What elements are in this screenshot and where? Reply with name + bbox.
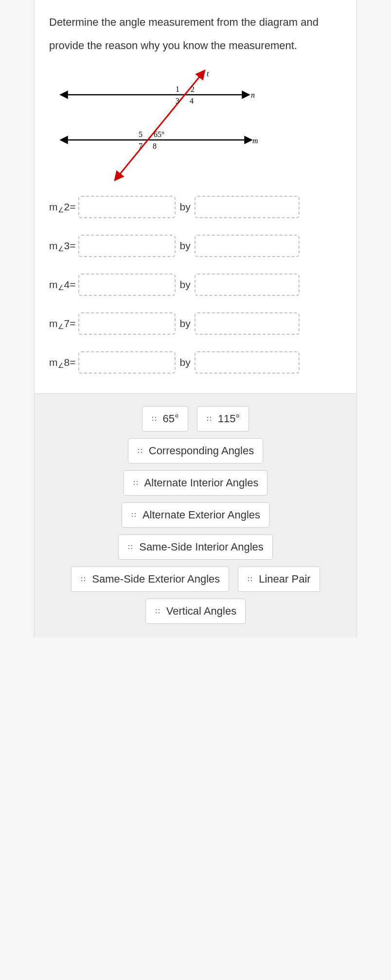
question-text: Determine the angle measurement from the…	[49, 11, 342, 58]
question-area: Determine the angle measurement from the…	[34, 0, 357, 394]
tile-linear-pair[interactable]: Linear Pair	[238, 567, 320, 592]
angle-2: 2	[191, 85, 195, 93]
by-text: by	[179, 357, 190, 368]
dropzone-angle-3-value[interactable]	[78, 235, 176, 257]
tile-alternate-interior-angles[interactable]: Alternate Interior Angles	[124, 470, 268, 496]
tile-vertical-angles[interactable]: Vertical Angles	[145, 599, 246, 624]
row-label: m∠7 =	[49, 318, 75, 329]
tile-115[interactable]: 115°	[197, 406, 249, 431]
grip-icon	[247, 576, 253, 582]
tile-same-side-interior-angles[interactable]: Same-Side Interior Angles	[118, 534, 273, 560]
diagram: n m t 1 2 3 4 5 65° 7 8	[54, 69, 263, 181]
grip-icon	[151, 416, 157, 422]
angle-7: 7	[139, 142, 142, 150]
angle-8: 8	[153, 142, 157, 150]
grip-icon	[137, 448, 143, 454]
grip-icon	[127, 544, 133, 550]
tile-corresponding-angles[interactable]: Corresponding Angles	[128, 438, 263, 464]
dropzone-angle-4-value[interactable]	[78, 274, 176, 296]
dropzone-angle-7-reason[interactable]	[195, 312, 300, 335]
answer-bank: 65° 115° Corresponding Angles Alternate …	[34, 394, 357, 637]
answer-row-2: m∠2 = by	[49, 196, 342, 218]
answer-row-8: m∠8 = by	[49, 351, 342, 374]
angle-6: 65°	[154, 130, 164, 138]
tile-same-side-exterior-angles[interactable]: Same-Side Exterior Angles	[71, 567, 229, 592]
grip-icon	[133, 480, 139, 486]
svg-line-2	[117, 73, 202, 177]
page: Determine the angle measurement from the…	[0, 0, 391, 637]
answer-row-4: m∠4 = by	[49, 274, 342, 296]
row-label: m∠3 =	[49, 240, 75, 252]
angle-5: 5	[139, 130, 142, 138]
by-text: by	[179, 318, 190, 329]
by-text: by	[179, 279, 190, 291]
grip-icon	[155, 608, 160, 614]
dropzone-angle-7-value[interactable]	[78, 312, 176, 335]
grip-icon	[131, 512, 137, 518]
answer-row-7: m∠7 = by	[49, 312, 342, 335]
label-line-t: t	[207, 69, 209, 78]
row-label: m∠4 =	[49, 279, 75, 291]
by-text: by	[179, 240, 190, 252]
dropzone-angle-3-reason[interactable]	[195, 235, 300, 257]
answer-row-3: m∠3 = by	[49, 235, 342, 257]
tile-65[interactable]: 65°	[142, 406, 188, 431]
dropzone-angle-2-reason[interactable]	[195, 196, 300, 218]
by-text: by	[179, 201, 190, 213]
angle-4: 4	[190, 97, 194, 105]
angle-3: 3	[176, 97, 179, 105]
dropzone-angle-8-reason[interactable]	[195, 351, 300, 374]
dropzone-angle-2-value[interactable]	[78, 196, 176, 218]
label-line-m: m	[252, 137, 258, 145]
grip-icon	[206, 416, 212, 422]
tile-alternate-exterior-angles[interactable]: Alternate Exterior Angles	[122, 502, 269, 528]
row-label: m∠2 =	[49, 201, 75, 213]
dropzone-angle-4-reason[interactable]	[195, 274, 300, 296]
row-label: m∠8 =	[49, 357, 75, 368]
grip-icon	[80, 576, 86, 582]
dropzone-angle-8-value[interactable]	[78, 351, 176, 374]
label-line-n: n	[251, 91, 255, 99]
angle-1: 1	[176, 85, 179, 93]
